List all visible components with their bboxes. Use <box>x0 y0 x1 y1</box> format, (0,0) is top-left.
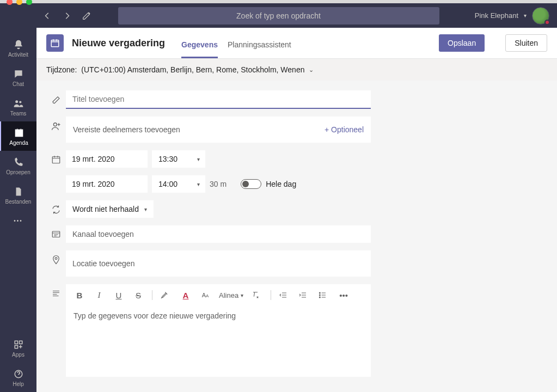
rail-calls[interactable]: Oproepen <box>0 151 36 180</box>
chevron-down-icon: ▾ <box>197 181 200 187</box>
nav-back-button[interactable] <box>42 11 52 21</box>
rte-indent-button[interactable] <box>298 291 310 299</box>
window-controls[interactable] <box>7 0 32 5</box>
required-attendees-input[interactable]: Vereiste deelnemers toevoegen + Optionee… <box>66 117 371 143</box>
repeat-icon <box>46 200 66 215</box>
svg-point-0 <box>15 100 18 103</box>
svg-point-10 <box>55 258 57 260</box>
rte-outdent-button[interactable] <box>279 291 291 299</box>
svg-point-13 <box>319 297 320 298</box>
rte-fontsize-button[interactable]: AA <box>199 292 211 298</box>
person-add-icon <box>46 117 66 132</box>
rte-clear-format-button[interactable] <box>251 291 263 299</box>
bell-icon <box>13 39 25 51</box>
app-rail: Activiteit Chat Teams Agenda Oproepen Be… <box>0 28 36 392</box>
zoom-window-button[interactable] <box>26 0 32 5</box>
rail-label: Bestanden <box>5 199 32 205</box>
phone-icon <box>13 156 25 168</box>
rte-toolbar: B I U S A AA Alinea ▾ <box>66 284 371 306</box>
close-button[interactable]: Sluiten <box>505 34 547 52</box>
end-date-input[interactable]: 19 mrt. 2020 <box>66 175 148 193</box>
rail-label: Apps <box>12 352 25 358</box>
rte-fontcolor-button[interactable]: A <box>180 291 192 300</box>
rte-italic-button[interactable]: I <box>93 291 105 300</box>
calendar-badge-icon <box>46 34 64 52</box>
timezone-label: Tijdzone: <box>46 65 77 74</box>
meeting-form: Vereiste deelnemers toevoegen + Optionee… <box>36 81 557 384</box>
chevron-down-icon: ⌄ <box>309 66 314 74</box>
location-pin-icon <box>46 250 66 265</box>
svg-rect-9 <box>52 231 60 237</box>
recurrence-select[interactable]: Wordt niet herhaald ▾ <box>66 200 154 218</box>
timezone-selector[interactable]: Tijdzone: (UTC+01:00) Amsterdam, Berlijn… <box>36 59 557 81</box>
nav-forward-button[interactable] <box>62 11 72 21</box>
toolbar-separator <box>271 290 271 300</box>
location-input[interactable]: Locatie toevoegen <box>66 250 371 277</box>
search-input[interactable]: Zoek of typ een opdracht <box>118 7 439 24</box>
rail-more[interactable]: ••• <box>0 210 36 231</box>
svg-rect-2 <box>15 341 17 344</box>
avatar[interactable] <box>532 7 549 24</box>
rail-label: Help <box>13 381 24 387</box>
minimize-window-button[interactable] <box>16 0 22 5</box>
user-menu-chevron-icon[interactable]: ▾ <box>524 13 527 19</box>
svg-rect-6 <box>51 40 59 47</box>
svg-rect-3 <box>19 341 22 344</box>
svg-point-7 <box>53 123 57 126</box>
svg-point-1 <box>19 101 21 103</box>
rte-strike-button[interactable]: S <box>132 291 144 300</box>
rail-agenda[interactable]: Agenda <box>0 121 36 151</box>
rail-activity[interactable]: Activiteit <box>0 33 36 63</box>
attendees-placeholder: Vereiste deelnemers toevoegen <box>73 125 180 134</box>
rail-apps[interactable]: Apps <box>0 333 36 363</box>
rail-teams[interactable]: Teams <box>0 92 36 121</box>
svg-point-12 <box>319 295 320 296</box>
calendar-icon <box>13 127 25 139</box>
tab-details[interactable]: Gegevens <box>181 40 218 58</box>
tab-scheduling-assistant[interactable]: Planningsassistent <box>228 40 291 58</box>
calendar-range-icon <box>46 150 66 164</box>
pencil-icon <box>46 90 66 105</box>
channel-input[interactable]: Kanaal toevoegen <box>66 225 371 243</box>
start-time-input[interactable]: 13:30▾ <box>152 150 205 168</box>
rte-paragraph-select[interactable]: Alinea ▾ <box>219 291 243 299</box>
optional-attendees-link[interactable]: + Optioneel <box>325 125 364 134</box>
presence-indicator <box>544 20 550 25</box>
channel-icon <box>46 225 66 240</box>
rail-label: Chat <box>13 81 24 87</box>
rail-help[interactable]: Help <box>0 363 36 392</box>
close-window-button[interactable] <box>7 0 13 5</box>
rte-bold-button[interactable]: B <box>74 291 85 300</box>
meeting-duration: 30 m <box>210 180 227 188</box>
help-icon <box>13 368 25 380</box>
rail-chat[interactable]: Chat <box>0 63 36 92</box>
meeting-editor: Nieuwe vergadering Gegevens Planningsass… <box>36 28 557 392</box>
svg-point-11 <box>319 292 320 293</box>
rte-bullets-button[interactable] <box>318 291 330 299</box>
meeting-title-input[interactable] <box>66 90 371 109</box>
apps-icon <box>13 339 25 351</box>
rte-highlight-button[interactable] <box>160 291 172 299</box>
rail-label: Teams <box>10 111 26 117</box>
compose-new-button[interactable] <box>82 11 91 21</box>
start-date-input[interactable]: 19 mrt. 2020 <box>66 150 148 168</box>
chat-icon <box>13 68 25 80</box>
rte-more-button[interactable]: ••• <box>338 291 350 300</box>
meeting-header: Nieuwe vergadering Gegevens Planningsass… <box>36 28 557 59</box>
rte-underline-button[interactable]: U <box>113 291 125 300</box>
meeting-tabs: Gegevens Planningsassistent <box>181 28 291 58</box>
all-day-toggle[interactable] <box>241 179 261 189</box>
svg-rect-4 <box>15 345 17 348</box>
rail-label: Oproepen <box>6 169 30 175</box>
chevron-down-icon: ▾ <box>197 156 200 162</box>
rail-label: Agenda <box>9 140 28 146</box>
rte-body[interactable]: Typ de gegevens voor deze nieuwe vergade… <box>66 306 371 377</box>
rail-files[interactable]: Bestanden <box>0 180 36 210</box>
rich-text-editor[interactable]: B I U S A AA Alinea ▾ <box>66 284 371 377</box>
timezone-value: (UTC+01:00) Amsterdam, Berlijn, Bern, Ro… <box>81 65 304 74</box>
more-icon: ••• <box>13 215 25 226</box>
current-user-name[interactable]: Pink Elephant <box>475 11 518 20</box>
all-day-label: Hele dag <box>266 180 296 188</box>
save-button[interactable]: Opslaan <box>439 34 485 52</box>
end-time-input[interactable]: 14:00▾ <box>152 175 205 193</box>
